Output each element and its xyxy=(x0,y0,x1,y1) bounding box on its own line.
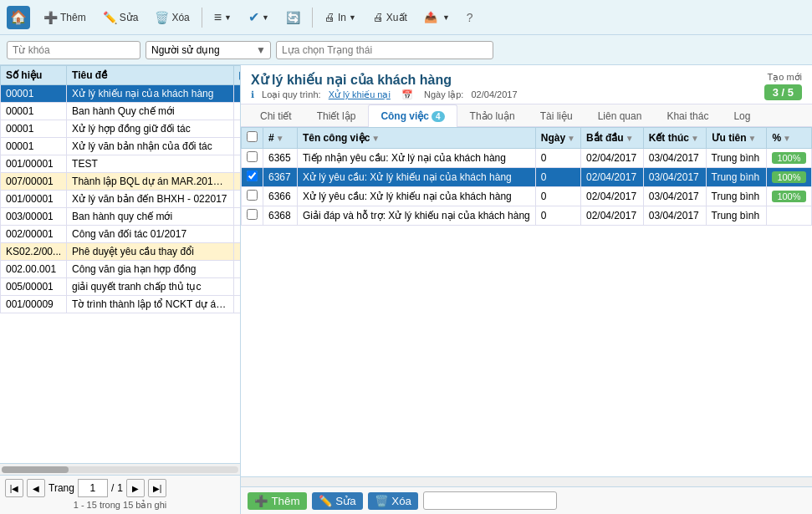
cell-ngay: 0 xyxy=(535,187,580,206)
task-area[interactable]: # ▼ Tên công việc ▼ Ngày xyxy=(241,127,812,476)
filter-ket-thuc-icon[interactable]: ▼ xyxy=(691,134,699,143)
scroll-indicator: ▶ xyxy=(239,69,240,81)
check-button[interactable]: ✔ ▼ xyxy=(242,6,276,28)
tabs-bar: Chi tiếtThiết lậpCông việc4Thảo luậnTài … xyxy=(241,104,812,127)
cell-ten-cong-viec: Xử lý yêu cầu: Xử lý khiếu nại của khách… xyxy=(297,187,535,206)
sua-button[interactable]: ✏️ Sửa xyxy=(96,8,146,28)
tab-khai_thac[interactable]: Khai thác xyxy=(654,104,721,127)
meta-ngay-value: 02/04/2017 xyxy=(471,89,517,99)
first-page-button[interactable]: |◀ xyxy=(5,479,23,497)
cell-so-hieu: 00001 xyxy=(1,85,67,103)
cell-tieu-de: giải quyết tranh chấp thủ tục xyxy=(67,278,234,296)
cell-id: 6368 xyxy=(263,206,298,226)
list-item[interactable]: 003/00001 Ban hành quy chế mới xyxy=(1,208,241,226)
ten-cong-viec-label: Tên công việc xyxy=(303,132,370,144)
filter-uu-tien-icon[interactable]: ▼ xyxy=(748,134,757,143)
next-page-button[interactable]: ▶ xyxy=(126,479,145,497)
footer-trash-icon: 🗑️ xyxy=(375,495,389,507)
tab-lien_quan[interactable]: Liên quan xyxy=(585,104,655,127)
row-checkbox[interactable] xyxy=(247,190,258,201)
list-item[interactable]: 00001 Xử lý khiếu nại của khách hàng xyxy=(1,85,241,103)
keyword-input[interactable] xyxy=(7,41,140,59)
list-item[interactable]: 00001 Xử lý hợp đồng giữ đối tác xyxy=(1,120,241,138)
xoa-button[interactable]: 🗑️ Xóa xyxy=(148,8,196,28)
list-item[interactable]: 00001 Ban hành Quy chế mới xyxy=(1,103,241,120)
cell-pct xyxy=(767,206,812,226)
xem-button[interactable]: 🖨 In ▼ xyxy=(318,8,363,27)
refresh-button[interactable]: 🔄 xyxy=(279,8,307,28)
footer-search-input[interactable] xyxy=(423,491,557,510)
footer-edit-icon: ✏️ xyxy=(319,495,333,507)
row-checkbox[interactable] xyxy=(247,170,258,181)
filter-ngay-icon[interactable]: ▼ xyxy=(567,134,575,143)
tab-tai_lieu[interactable]: Tài liệu xyxy=(528,104,585,127)
cell-bat-dau: 02/04/2017 xyxy=(581,187,644,206)
tab-chi_tiet[interactable]: Chi tiết xyxy=(248,104,304,127)
tab-thao_luan[interactable]: Thảo luận xyxy=(457,104,528,127)
select-all-checkbox[interactable] xyxy=(247,131,258,142)
left-table-scroll[interactable]: Số hiệu Tiêu đề ▶ 00001 Xử lý khiếu nại … xyxy=(0,65,240,463)
right-horizontal-scrollbar[interactable] xyxy=(241,476,812,486)
user-select[interactable]: Người sử dụng xyxy=(146,41,271,59)
list-item[interactable]: 001/00001 TEST xyxy=(1,155,241,173)
table-row[interactable]: 6365 Tiếp nhận yêu cầu: Xử lý nại của kh… xyxy=(242,149,812,168)
table-row[interactable]: 6367 Xử lý yêu cầu: Xử lý khiếu nại của … xyxy=(242,168,812,187)
row-checkbox-cell xyxy=(242,168,263,187)
in-button[interactable]: 🖨 Xuất xyxy=(366,8,414,27)
filter-bat-dau-icon[interactable]: ▼ xyxy=(626,134,634,143)
cell-tieu-de: Xử lý hợp đồng giữ đối tác xyxy=(67,120,234,138)
page-label: Trang xyxy=(49,482,74,494)
left-panel: Số hiệu Tiêu đề ▶ 00001 Xử lý khiếu nại … xyxy=(0,65,241,514)
menu-button[interactable]: ≡ ▼ xyxy=(207,7,238,28)
list-item[interactable]: 001/00009 Tờ trình thành lập tổ NCKT dự … xyxy=(1,296,241,313)
footer-xoa-button[interactable]: 🗑️ Xóa xyxy=(368,492,418,510)
task-table: # ▼ Tên công việc ▼ Ngày xyxy=(241,127,812,226)
cell-pct: 100% xyxy=(767,187,812,206)
list-item[interactable]: 002.00.001 Công văn gia hạn hợp đồng xyxy=(1,261,241,278)
list-item[interactable]: KS02.2/00... Phê duyệt yêu cầu thay đổi xyxy=(1,243,241,261)
header-right: Tạo mới 3 / 5 xyxy=(764,72,802,100)
cell-tieu-de: Tờ trình thành lập tổ NCKT dự án ABC xyxy=(67,296,234,313)
help-button[interactable]: ? xyxy=(460,8,480,28)
cell-scroll xyxy=(234,85,240,103)
col-so-hieu: Số hiệu xyxy=(1,66,67,85)
page-input[interactable] xyxy=(78,479,108,497)
th-num: # ▼ xyxy=(263,128,298,149)
list-item[interactable]: 002/00001 Công văn đối tác 01/2017 xyxy=(1,226,241,243)
prev-page-button[interactable]: ◀ xyxy=(27,479,45,497)
list-item[interactable]: 007/00001 Thành lập BQL dự án MAR.2017.0… xyxy=(1,173,241,191)
filter-pct-icon[interactable]: ▼ xyxy=(783,134,791,143)
cell-ngay: 0 xyxy=(535,206,580,226)
tab-log[interactable]: Log xyxy=(721,104,763,127)
filter-num-icon[interactable]: ▼ xyxy=(276,134,284,143)
row-checkbox[interactable] xyxy=(247,209,258,220)
cell-scroll xyxy=(234,120,240,138)
table-row[interactable]: 6366 Xử lý yêu cầu: Xử lý khiếu nại của … xyxy=(242,187,812,206)
row-checkbox[interactable] xyxy=(247,151,258,162)
th-ngay: Ngày ▼ xyxy=(535,128,580,149)
left-horizontal-scrollbar[interactable] xyxy=(0,463,240,475)
list-item[interactable]: 00001 Xử lý văn bản nhận của đối tác xyxy=(1,138,241,155)
table-row[interactable]: 6368 Giải đáp và hỗ trợ: Xử lý khiếu nại… xyxy=(242,206,812,226)
cell-tieu-de: Ban hành Quy chế mới xyxy=(67,103,234,120)
filter-ten-icon[interactable]: ▼ xyxy=(371,134,380,143)
cell-pct: 100% xyxy=(767,149,812,168)
sua-label: Sửa xyxy=(120,12,139,23)
tao-moi-label: Tạo mới xyxy=(764,72,802,83)
tab-thiet_lap[interactable]: Thiết lập xyxy=(304,104,369,127)
refresh-icon: 🔄 xyxy=(286,11,300,24)
main-content: Số hiệu Tiêu đề ▶ 00001 Xử lý khiếu nại … xyxy=(0,65,812,514)
sep2 xyxy=(312,8,313,28)
footer-them-button[interactable]: ➕ Thêm xyxy=(248,492,307,510)
help-icon: ? xyxy=(467,11,473,24)
list-item[interactable]: 005/00001 giải quyết tranh chấp thủ tục xyxy=(1,278,241,296)
footer-xoa-label: Xóa xyxy=(391,495,411,507)
toolbar: 🏠 ➕ Thêm ✏️ Sửa 🗑️ Xóa ≡ ▼ ✔ ▼ 🔄 🖨 In ▼ … xyxy=(0,0,812,35)
xuat-button[interactable]: 📤 ▼ xyxy=(417,8,457,27)
them-button[interactable]: ➕ Thêm xyxy=(37,8,93,28)
footer-sua-button[interactable]: ✏️ Sửa xyxy=(312,492,363,510)
status-input[interactable] xyxy=(276,41,493,59)
last-page-button[interactable]: ▶| xyxy=(148,479,166,497)
list-item[interactable]: 001/00001 Xử lý văn bản đến BHXH - 02201… xyxy=(1,191,241,208)
tab-cong_viec[interactable]: Công việc4 xyxy=(368,104,457,127)
